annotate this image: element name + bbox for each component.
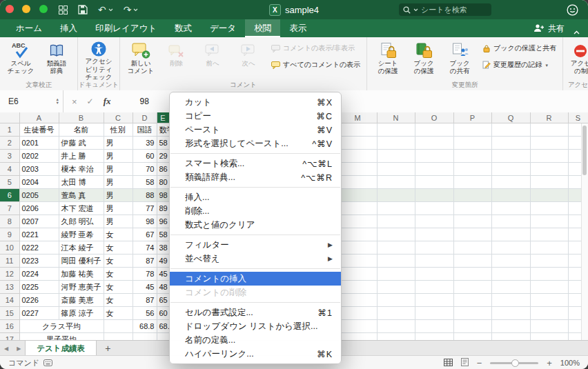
- cell[interactable]: [453, 255, 491, 268]
- cell[interactable]: [415, 281, 453, 294]
- cell[interactable]: [415, 228, 453, 241]
- row-header[interactable]: 9: [0, 228, 19, 241]
- cell[interactable]: [377, 228, 415, 241]
- select-all-corner[interactable]: [0, 112, 19, 123]
- sheet-tab-active[interactable]: テスト成績表: [25, 341, 97, 356]
- row-header[interactable]: 7: [0, 202, 19, 215]
- cell[interactable]: [377, 176, 415, 189]
- zoom-in-button[interactable]: +: [547, 358, 552, 368]
- new-comment-button[interactable]: 新しい コメント: [124, 39, 158, 81]
- cell[interactable]: 89: [157, 202, 169, 215]
- cell[interactable]: 96: [157, 215, 169, 228]
- cell[interactable]: [491, 137, 530, 150]
- collapse-ribbon-button[interactable]: [574, 25, 580, 37]
- cell[interactable]: 87: [133, 294, 157, 307]
- cell[interactable]: [338, 202, 377, 215]
- cell[interactable]: 男: [104, 215, 133, 228]
- cell[interactable]: [415, 163, 453, 176]
- cell[interactable]: [415, 333, 453, 341]
- cell[interactable]: [415, 202, 453, 215]
- cell[interactable]: [377, 294, 415, 307]
- column-header[interactable]: C: [104, 112, 133, 123]
- cell[interactable]: 49: [157, 255, 169, 268]
- show-all-comments-button[interactable]: すべてのコメントの表示: [271, 60, 360, 70]
- cell[interactable]: [133, 333, 157, 341]
- menu-item[interactable]: 挿入...: [170, 190, 341, 204]
- cell[interactable]: 77: [133, 202, 157, 215]
- cell[interactable]: 87: [133, 255, 157, 268]
- cell[interactable]: 0207: [19, 215, 59, 228]
- cell[interactable]: [377, 189, 415, 202]
- cell[interactable]: [453, 189, 491, 202]
- cell[interactable]: [453, 163, 491, 176]
- undo-button[interactable]: ↶: [98, 5, 113, 14]
- cell[interactable]: 岡田 優利子: [59, 255, 104, 268]
- protect-workbook-button[interactable]: ブック の保護: [406, 39, 441, 81]
- column-header[interactable]: O: [415, 112, 453, 123]
- cell[interactable]: [530, 255, 568, 268]
- cell[interactable]: 0202: [19, 150, 59, 163]
- column-header[interactable]: A: [19, 112, 59, 123]
- cell[interactable]: 68.9: [157, 320, 169, 333]
- menu-item[interactable]: 形式を選択してペースト...^⌘V: [170, 137, 341, 150]
- row-header[interactable]: 16: [0, 320, 19, 333]
- share-button[interactable]: 共有: [533, 19, 565, 37]
- accessibility-check-button[interactable]: アクセシビリティ チェック: [81, 39, 116, 81]
- cell[interactable]: [530, 215, 568, 228]
- cell[interactable]: 98: [157, 189, 169, 202]
- column-header[interactable]: E: [157, 112, 169, 123]
- cell[interactable]: 45: [133, 281, 157, 294]
- cell[interactable]: [338, 307, 377, 320]
- cell[interactable]: [453, 268, 491, 281]
- cell[interactable]: 56: [133, 307, 157, 320]
- row-header[interactable]: 12: [0, 268, 19, 281]
- cell[interactable]: [104, 333, 133, 341]
- cell[interactable]: [377, 333, 415, 341]
- row-header[interactable]: 14: [0, 294, 19, 307]
- cell[interactable]: [491, 241, 530, 255]
- cell[interactable]: [530, 137, 568, 150]
- cell[interactable]: [338, 189, 377, 202]
- cell[interactable]: 女: [104, 268, 133, 281]
- cell[interactable]: [377, 202, 415, 215]
- cell[interactable]: [453, 307, 491, 320]
- cell[interactable]: [104, 320, 133, 333]
- cell[interactable]: 88: [133, 189, 157, 202]
- cell[interactable]: 女: [104, 241, 133, 255]
- cell[interactable]: [377, 123, 415, 137]
- column-header[interactable]: N: [377, 112, 415, 123]
- cell[interactable]: 0223: [19, 255, 59, 268]
- cell[interactable]: 58: [157, 137, 169, 150]
- cell[interactable]: 0203: [19, 163, 59, 176]
- cell[interactable]: 60: [157, 307, 169, 320]
- cell[interactable]: [415, 189, 453, 202]
- cell[interactable]: 74: [133, 241, 157, 255]
- previous-comment-button[interactable]: 前へ: [195, 39, 230, 81]
- cell[interactable]: 太田 博: [59, 176, 104, 189]
- cell[interactable]: 58: [133, 176, 157, 189]
- menu-item[interactable]: コピー⌘C: [170, 109, 341, 123]
- cell[interactable]: 女: [104, 294, 133, 307]
- cell[interactable]: 80: [157, 176, 169, 189]
- cell[interactable]: 86: [157, 163, 169, 176]
- spell-check-button[interactable]: ABC スペル チェック: [3, 39, 38, 81]
- cell[interactable]: 0227: [19, 307, 59, 320]
- cell[interactable]: 45: [157, 268, 169, 281]
- cell[interactable]: [453, 123, 491, 137]
- menu-item[interactable]: ドロップダウン リストから選択...: [170, 319, 341, 333]
- restrict-access-button[interactable]: ▼ アクセス の制限: [567, 39, 588, 81]
- cell[interactable]: [491, 294, 530, 307]
- cell[interactable]: [453, 228, 491, 241]
- share-workbook-button[interactable]: ブック の共有: [442, 39, 477, 81]
- tab-印刷レイアウト[interactable]: 印刷レイアウト: [86, 19, 166, 37]
- cell[interactable]: [338, 294, 377, 307]
- cell[interactable]: 98: [133, 215, 157, 228]
- cell[interactable]: [415, 137, 453, 150]
- cell[interactable]: 数学: [157, 123, 169, 137]
- cell[interactable]: 斎藤 美恵: [59, 294, 104, 307]
- menu-item[interactable]: ペースト⌘V: [170, 123, 341, 137]
- cell[interactable]: [415, 294, 453, 307]
- cell[interactable]: [377, 268, 415, 281]
- cell[interactable]: [338, 150, 377, 163]
- cell[interactable]: [415, 255, 453, 268]
